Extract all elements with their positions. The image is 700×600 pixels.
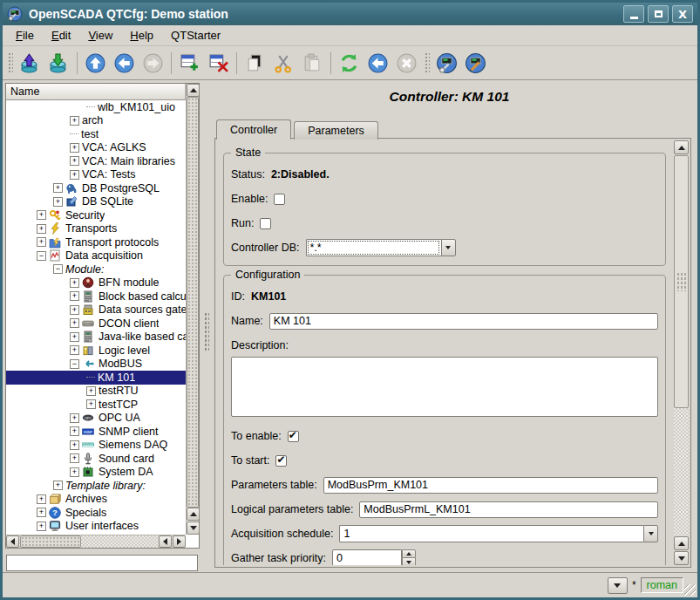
form-vertical-scrollbar[interactable] bbox=[674, 140, 689, 565]
cut-item-button[interactable] bbox=[269, 50, 298, 77]
chevron-down-icon[interactable] bbox=[441, 239, 456, 256]
expand-icon[interactable]: + bbox=[37, 508, 46, 517]
tree-item[interactable]: +Security bbox=[6, 208, 186, 222]
current-user-badge[interactable]: roman bbox=[641, 577, 683, 593]
tree-item[interactable]: +BFN module bbox=[6, 276, 186, 290]
load-from-db-button[interactable] bbox=[16, 50, 44, 77]
close-button[interactable]: X bbox=[672, 5, 693, 23]
tree-item[interactable]: −Module: bbox=[6, 262, 186, 276]
expand-icon[interactable]: + bbox=[70, 116, 79, 126]
minimize-button[interactable] bbox=[623, 5, 644, 23]
tree-item[interactable]: +User interfaces bbox=[6, 520, 186, 534]
tree-item[interactable]: +Block based calculator bbox=[6, 290, 186, 303]
expand-icon[interactable]: + bbox=[70, 440, 79, 450]
tree-item[interactable]: KM 101 bbox=[6, 371, 186, 385]
expand-icon[interactable]: + bbox=[70, 170, 79, 180]
tree-item[interactable]: +Logic level bbox=[6, 344, 186, 358]
expand-icon[interactable]: + bbox=[37, 522, 46, 531]
acquisition-schedule-combobox[interactable]: 1 bbox=[339, 525, 658, 542]
controller-db-combobox[interactable]: *.* bbox=[306, 239, 456, 256]
expand-icon[interactable]: + bbox=[37, 237, 46, 247]
expand-icon[interactable]: + bbox=[70, 413, 79, 423]
collapse-icon[interactable]: − bbox=[70, 359, 79, 369]
logical-parameters-table-input[interactable] bbox=[359, 501, 658, 518]
tree-item[interactable]: +DB SQLite bbox=[6, 195, 186, 209]
menu-help[interactable]: Help bbox=[122, 27, 161, 44]
tree-filter-input[interactable] bbox=[6, 555, 198, 571]
tree-item[interactable]: +Transport protocols bbox=[6, 235, 186, 249]
tree-item[interactable]: +testRTU bbox=[6, 385, 186, 399]
scroll-up-icon[interactable] bbox=[187, 508, 200, 521]
copy-item-button[interactable] bbox=[241, 50, 269, 77]
scroll-down-icon[interactable] bbox=[674, 551, 689, 565]
expand-icon[interactable]: + bbox=[53, 481, 63, 490]
tree-item[interactable]: +SNMPSNMP client bbox=[6, 425, 186, 439]
vision-starter-button[interactable] bbox=[461, 50, 490, 77]
expand-icon[interactable]: + bbox=[70, 156, 79, 166]
tree-item[interactable]: +VCA: Main libraries bbox=[6, 154, 186, 168]
scroll-down-icon[interactable] bbox=[187, 522, 200, 535]
go-back-button[interactable] bbox=[110, 50, 139, 77]
tree-horizontal-scrollbar[interactable] bbox=[6, 535, 186, 548]
expand-icon[interactable]: + bbox=[70, 345, 79, 355]
refresh-button[interactable] bbox=[335, 50, 364, 77]
tree-item[interactable]: +testTCP bbox=[6, 398, 186, 412]
go-up-button[interactable] bbox=[81, 50, 110, 77]
scroll-up-icon[interactable] bbox=[674, 536, 689, 550]
save-to-db-button[interactable] bbox=[44, 50, 73, 77]
tree-vscroll-thumb[interactable] bbox=[187, 97, 199, 508]
expand-icon[interactable]: + bbox=[70, 467, 79, 477]
tree-item[interactable]: +Data sources gateway bbox=[6, 303, 186, 317]
expand-icon[interactable]: + bbox=[86, 386, 96, 396]
expand-icon[interactable]: + bbox=[86, 399, 96, 409]
expand-icon[interactable]: + bbox=[70, 332, 79, 342]
tree-item[interactable]: +System DA bbox=[6, 466, 186, 480]
tree-item[interactable]: +OPCOPC UA bbox=[6, 412, 186, 426]
tab-controller[interactable]: Controller bbox=[216, 119, 291, 140]
tree-hscroll-thumb[interactable] bbox=[20, 535, 81, 548]
expand-icon[interactable]: + bbox=[53, 183, 63, 193]
tree-item[interactable]: +Sound card bbox=[6, 452, 186, 466]
menu-view[interactable]: View bbox=[80, 27, 120, 44]
tree-item[interactable]: +Archives bbox=[6, 493, 186, 507]
stop-update-button[interactable] bbox=[392, 50, 421, 77]
expand-icon[interactable]: + bbox=[70, 426, 79, 436]
tree-item[interactable]: test bbox=[6, 127, 186, 141]
tree-item[interactable]: −Data acquisition bbox=[6, 249, 186, 263]
expand-icon[interactable]: + bbox=[70, 278, 79, 288]
tree-item[interactable]: +Java-like based calculator bbox=[6, 331, 186, 344]
tab-parameters[interactable]: Parameters bbox=[294, 121, 378, 140]
expand-icon[interactable]: + bbox=[70, 291, 79, 301]
form-vscroll-thumb[interactable] bbox=[674, 155, 689, 408]
tree-item[interactable]: wlb_KM101_uio bbox=[6, 100, 186, 114]
enable-checkbox[interactable] bbox=[274, 194, 285, 205]
tree-item[interactable]: +Transports bbox=[6, 222, 186, 236]
expand-icon[interactable]: + bbox=[70, 305, 79, 315]
chevron-down-icon[interactable] bbox=[643, 525, 658, 542]
add-item-button[interactable] bbox=[175, 50, 204, 77]
start-periodic-update-button[interactable] bbox=[364, 50, 392, 77]
scroll-right-icon[interactable] bbox=[173, 535, 186, 548]
gather-task-priority-stepper[interactable] bbox=[332, 549, 416, 565]
expand-icon[interactable]: + bbox=[53, 197, 63, 207]
menu-file[interactable]: File bbox=[8, 27, 42, 44]
collapse-icon[interactable]: − bbox=[53, 264, 63, 274]
maximize-button[interactable] bbox=[648, 5, 669, 23]
expand-icon[interactable]: + bbox=[70, 143, 79, 153]
menu-qtstarter[interactable]: QTStarter bbox=[163, 27, 228, 44]
menu-edit[interactable]: Edit bbox=[44, 27, 78, 44]
expand-icon[interactable]: + bbox=[70, 318, 79, 328]
expand-icon[interactable]: + bbox=[70, 453, 79, 463]
tree-item[interactable]: +?Specials bbox=[6, 506, 186, 520]
scroll-left-icon[interactable] bbox=[159, 535, 172, 548]
scroll-up-icon[interactable] bbox=[187, 84, 200, 97]
qtcfg-starter-button[interactable] bbox=[432, 50, 461, 77]
tree-vertical-scrollbar[interactable] bbox=[186, 84, 199, 535]
tree-header[interactable]: Name bbox=[6, 84, 186, 100]
tree-item[interactable]: +VCA: AGLKS bbox=[6, 141, 186, 155]
tree-item[interactable]: +SIEMENSSiemens DAQ bbox=[6, 439, 186, 453]
expand-icon[interactable]: + bbox=[37, 494, 46, 504]
spin-down-icon[interactable] bbox=[402, 558, 416, 565]
name-input[interactable] bbox=[269, 313, 658, 330]
scroll-up-icon[interactable] bbox=[674, 140, 689, 154]
